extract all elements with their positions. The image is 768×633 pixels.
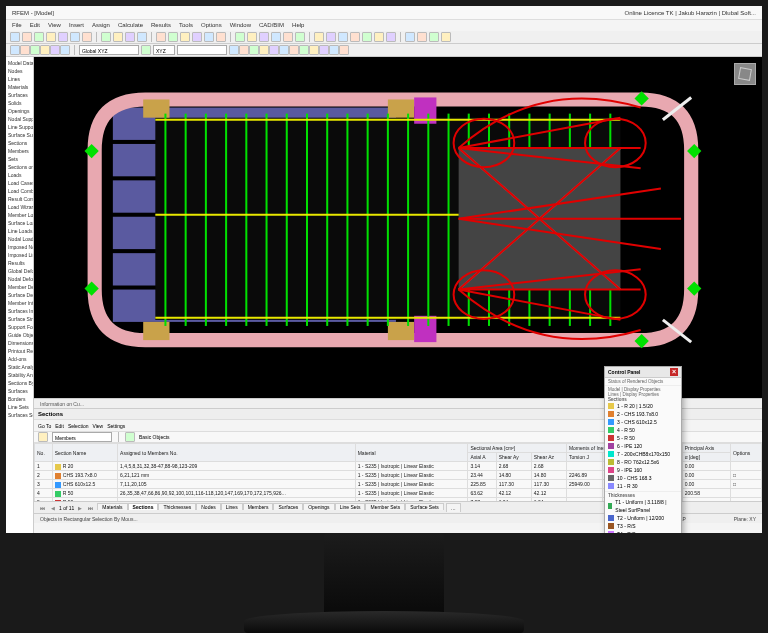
nav-item[interactable]: Members	[8, 147, 31, 155]
nav-item[interactable]: Model Data	[8, 59, 31, 67]
sections-goto[interactable]: Go To	[38, 423, 51, 429]
toolbar2-button-toolbar2right-2[interactable]	[249, 45, 259, 55]
sections-selection[interactable]: Selection	[68, 423, 89, 429]
toolbar2-button-toolbar2left-0[interactable]	[10, 45, 20, 55]
nav-item[interactable]: Member Internal Forces	[8, 299, 31, 307]
cp-section-item[interactable]: 4 - R 50	[608, 426, 678, 434]
control-panel-titlebar[interactable]: Control Panel ×	[605, 367, 681, 378]
close-icon[interactable]: ×	[670, 368, 678, 376]
menu-results[interactable]: Results	[151, 20, 171, 31]
toolbar2-button-toolbar2left-3[interactable]	[40, 45, 50, 55]
cp-section-item[interactable]: 11 - R 30	[608, 482, 678, 490]
cp-thickness-item[interactable]: T3 - R/S	[608, 522, 678, 530]
col-group-area[interactable]: Sectional Area [cm²]	[468, 444, 567, 453]
cp-section-item[interactable]: 6 - IPE 120	[608, 442, 678, 450]
toolbar2-button-toolbar2right-7[interactable]	[299, 45, 309, 55]
nav-item[interactable]: Surface Deformations	[8, 291, 31, 299]
toolbar-button-6[interactable]	[82, 32, 92, 42]
viewport-tab[interactable]: Information on Cu...	[40, 401, 84, 407]
nav-item[interactable]: Line Supports	[8, 123, 31, 131]
menu-calculate[interactable]: Calculate	[118, 20, 143, 31]
toolbar-button-10[interactable]	[125, 32, 135, 42]
nav-item[interactable]: Sets	[8, 155, 31, 163]
tab-next[interactable]: ▶	[76, 505, 84, 511]
col-group-axis[interactable]: Principal Axis	[682, 444, 730, 453]
nav-item[interactable]: Support Forces	[8, 323, 31, 331]
bottom-tab-surfaces[interactable]: Surfaces	[273, 503, 303, 510]
nav-item[interactable]: Solids	[8, 99, 31, 107]
nav-item[interactable]: Imposed Line Deformations	[8, 251, 31, 259]
cp-section-item[interactable]: 7 - 200xCHB8x170x150	[608, 450, 678, 458]
nav-item[interactable]: Sections By Areas	[8, 379, 31, 387]
nav-item[interactable]: Sections	[8, 139, 31, 147]
menu-tools[interactable]: Tools	[179, 20, 193, 31]
toolbar2-button-toolbar2left-1[interactable]	[20, 45, 30, 55]
toolbar2-button-toolbar2left-5[interactable]	[60, 45, 70, 55]
bottom-tab-materials[interactable]: Materials	[97, 503, 127, 510]
cp-section-item[interactable]: 10 - CHS 168.3	[608, 474, 678, 482]
toolbar-button-15[interactable]	[180, 32, 190, 42]
control-panel[interactable]: Control Panel × Status of Rendered Objec…	[604, 366, 682, 533]
model-viewport[interactable]	[34, 57, 762, 398]
nav-item[interactable]: Line Loads	[8, 227, 31, 235]
bottom-tab-member-sets[interactable]: Member Sets	[365, 503, 405, 510]
nav-item[interactable]: Surfaces	[8, 387, 31, 395]
nav-item[interactable]: Static Analysis	[8, 363, 31, 371]
col-axial[interactable]: Axial A	[468, 453, 496, 462]
toolbar2-button-toolbar2right-5[interactable]	[279, 45, 289, 55]
nav-item[interactable]: Loads	[8, 171, 31, 179]
cp-section-item[interactable]: 2 - CHS 193.7x8.0	[608, 410, 678, 418]
toolbar2-button-toolbar2right-3[interactable]	[259, 45, 269, 55]
nav-item[interactable]: Materials	[8, 83, 31, 91]
col-name[interactable]: Section Name	[52, 444, 117, 462]
nav-item[interactable]: Member Deformations	[8, 283, 31, 291]
menu-view[interactable]: View	[48, 20, 61, 31]
col-options[interactable]: Options	[730, 444, 761, 462]
tabs-more[interactable]: …	[446, 503, 461, 512]
bottom-tab-openings[interactable]: Openings	[303, 503, 334, 510]
bottom-tab-line-sets[interactable]: Line Sets	[335, 503, 366, 510]
toolbar-button-9[interactable]	[113, 32, 123, 42]
filter-icon[interactable]	[38, 432, 48, 442]
bottom-tab-thicknesses[interactable]: Thicknesses	[158, 503, 196, 510]
toolbar2-button-toolbar2right-9[interactable]	[319, 45, 329, 55]
menu-file[interactable]: File	[12, 20, 22, 31]
toolbar-button-14[interactable]	[168, 32, 178, 42]
toolbar-button-8[interactable]	[101, 32, 111, 42]
nav-item[interactable]: Borders	[8, 395, 31, 403]
toolbar-button-11[interactable]	[137, 32, 147, 42]
toolbar-button-37[interactable]	[429, 32, 439, 42]
nav-item[interactable]: Load Combinations	[8, 187, 31, 195]
filter-dropdown[interactable]: Members	[52, 432, 112, 442]
nav-item[interactable]: Add-ons	[8, 355, 31, 363]
nav-item[interactable]: Printout Reports	[8, 347, 31, 355]
col-alpha[interactable]: α [deg]	[682, 453, 730, 462]
sections-view[interactable]: View	[92, 423, 103, 429]
sections-edit[interactable]: Edit	[55, 423, 64, 429]
cp-section-item[interactable]: 9 - IPE 160	[608, 466, 678, 474]
toolbar2-button-toolbar2right-1[interactable]	[239, 45, 249, 55]
toolbar2-button-toolbar2left-4[interactable]	[50, 45, 60, 55]
col-assigned[interactable]: Assigned to Members No.	[118, 444, 356, 462]
toolbar-button-35[interactable]	[405, 32, 415, 42]
nav-item[interactable]: Surfaces Internal Forces	[8, 307, 31, 315]
menu-edit[interactable]: Edit	[30, 20, 40, 31]
sections-settings[interactable]: Settings	[107, 423, 125, 429]
nav-item[interactable]: Surfaces Sets	[8, 411, 31, 419]
menu-help[interactable]: Help	[292, 20, 304, 31]
nav-item[interactable]: Surface Stresses	[8, 315, 31, 323]
nav-item[interactable]: Load Cases	[8, 179, 31, 187]
toolbar-button-18[interactable]	[216, 32, 226, 42]
nav-item[interactable]: Dimensions	[8, 339, 31, 347]
toolbar-button-5[interactable]	[70, 32, 80, 42]
nav-item[interactable]: Member Loads	[8, 211, 31, 219]
cp-thickness-item[interactable]: T4 - R/S	[608, 530, 678, 533]
bottom-tab-sections[interactable]: Sections	[128, 503, 159, 510]
bottom-tab-nodes[interactable]: Nodes	[196, 503, 220, 510]
nav-item[interactable]: Results	[8, 259, 31, 267]
toolbar-button-30[interactable]	[350, 32, 360, 42]
nav-item[interactable]: Result Combinations	[8, 195, 31, 203]
menu-insert[interactable]: Insert	[69, 20, 84, 31]
nav-item[interactable]: Openings	[8, 107, 31, 115]
toolbar2-button-toolbar2left-2[interactable]	[30, 45, 40, 55]
